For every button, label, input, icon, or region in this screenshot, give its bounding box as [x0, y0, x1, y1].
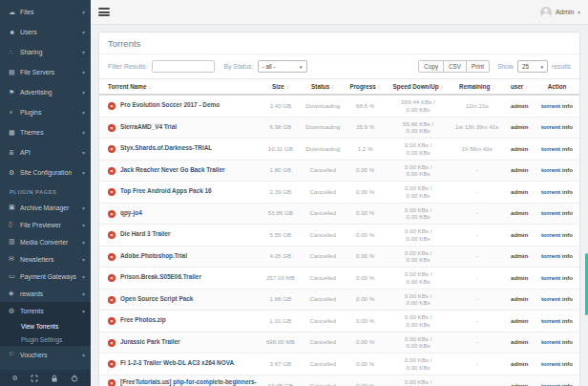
size-cell: 10.31 GB [260, 139, 302, 161]
torrent-info-link[interactable]: torrent info [541, 166, 573, 173]
remove-torrent-icon[interactable]: × [108, 188, 116, 196]
remove-torrent-icon[interactable]: × [108, 210, 116, 218]
torrent-name-link[interactable]: Die Hard 3 Trailer [120, 230, 171, 238]
remaining-cell: - [450, 332, 504, 354]
sidebar-item-file-previewer[interactable]: ▯File Previewer▾ [0, 216, 91, 233]
torrent-info-link[interactable]: torrent info [541, 231, 573, 238]
sidebar-item-rewards[interactable]: ◈rewards▾ [0, 285, 91, 302]
remove-torrent-icon[interactable]: × [108, 274, 116, 282]
torrent-info-link[interactable]: torrent info [541, 209, 573, 216]
torrent-name-link[interactable]: Jack Reacher Never Go Back Trailer [120, 166, 224, 174]
torrent-info-link[interactable]: torrent info [541, 252, 573, 259]
sidebar-subitem-plugin-settings[interactable]: Plugin Settings [0, 332, 91, 346]
status-select[interactable]: - all - ▾ [258, 60, 307, 73]
gear-icon[interactable]: ⚙ [12, 375, 18, 381]
sort-icon: ↕ [441, 84, 444, 90]
expand-icon[interactable] [31, 375, 38, 382]
torrent-name-link[interactable]: Fi 1-2-3 Trailer Web-DL AC3 x264 NOVA [120, 359, 234, 367]
remove-torrent-icon[interactable]: × [108, 102, 116, 110]
column-header-torrent-name[interactable]: Torrent Name↕ [99, 79, 260, 96]
torrents-table: Torrent Name↕Size↕Status↕Progress↕Speed … [99, 78, 579, 386]
column-header-progress[interactable]: Progress↕ [344, 79, 386, 96]
sidebar-item-site-configuration[interactable]: ⚙Site Configuration▾ [0, 162, 91, 182]
copy-button[interactable]: Copy [418, 60, 444, 73]
remove-torrent-icon[interactable]: × [108, 145, 116, 153]
remove-torrent-icon[interactable]: × [108, 339, 116, 347]
sidebar-subitem-view-torrents[interactable]: View Torrents [0, 319, 91, 332]
power-icon[interactable] [71, 375, 78, 382]
torrent-info-link[interactable]: torrent info [541, 295, 573, 302]
csv-button[interactable]: CSV [444, 60, 467, 73]
torrent-name-link[interactable]: Free Photos.zip [120, 316, 166, 324]
sidebar-item-vouchers[interactable]: ⚐Vouchers▾ [0, 346, 91, 363]
size-cell: 3.67 GB [260, 354, 302, 375]
chevron-down-icon: ▾ [82, 69, 85, 75]
torrent-name-link[interactable]: Open Source Script Pack [120, 295, 193, 303]
torrent-name-link[interactable]: Adobe.Photoshop.Trial [120, 252, 187, 260]
sidebar-item-advertising[interactable]: ⚑Advertising▾ [0, 82, 91, 102]
sidebar-item-api[interactable]: ≣API▾ [0, 142, 91, 162]
column-header-action[interactable]: Action [535, 79, 579, 96]
torrent-name-link[interactable]: [FreeTutorials.us] php-for-complete-begi… [120, 378, 258, 386]
status-cell: Cancelled [302, 182, 344, 204]
sidebar-item-torrents[interactable]: ◍Torrents▾ [0, 302, 91, 319]
torrent-info-link[interactable]: torrent info [541, 317, 573, 324]
torrent-name-link[interactable]: Pro Evolution Soccer 2017 - Demo [120, 101, 220, 109]
remove-torrent-icon[interactable]: × [108, 379, 116, 386]
column-header-size[interactable]: Size↕ [260, 79, 302, 96]
sidebar-item-label: Payment Gateways [20, 273, 82, 280]
sidebar-item-sharing[interactable]: ∴Sharing▾ [0, 42, 91, 62]
table-row: ×Jurassic Park Trailer698.00 MBCancelled… [99, 332, 579, 354]
column-header-user[interactable]: user↕ [504, 79, 535, 96]
torrent-info-link[interactable]: torrent info [541, 188, 573, 195]
lock-icon[interactable] [51, 375, 58, 382]
torrent-info-link[interactable]: torrent info [541, 360, 573, 367]
remove-torrent-icon[interactable]: × [108, 124, 116, 132]
main-content: Torrents Filter Results: By Status: - al… [91, 25, 588, 386]
sidebar-item-archive-manager[interactable]: ▣Archive Manager▾ [0, 199, 91, 216]
remove-torrent-icon[interactable]: × [108, 317, 116, 325]
torrent-name-link[interactable]: Styx.Shards.of.Darkness-TRIAL [120, 144, 212, 152]
torrent-info-link[interactable]: torrent info [541, 338, 573, 345]
sidebar-item-newsletters[interactable]: ✉Newsletters▾ [0, 250, 91, 268]
speed-up: 0.00 KBs [388, 321, 449, 329]
sidebar-item-files[interactable]: ☁Files▾ [0, 2, 91, 22]
menu-toggle-icon[interactable] [98, 6, 110, 17]
page-length-select[interactable]: 25 ▾ [517, 60, 548, 73]
column-header-status[interactable]: Status↕ [302, 79, 344, 96]
torrent-info-link[interactable]: torrent info [541, 123, 573, 130]
torrent-info-link[interactable]: torrent info [541, 382, 573, 386]
speed-down: 0.00 KBs / [388, 356, 449, 364]
torrent-name-cell: ×Fi 1-2-3 Trailer Web-DL AC3 x264 NOVA [99, 354, 260, 375]
torrent-name-link[interactable]: qpy-jo4 [120, 209, 142, 217]
sidebar-item-payment-gateways[interactable]: ▭Payment Gateways▾ [0, 268, 91, 285]
action-cell: torrent info [535, 117, 579, 139]
filter-results-input[interactable] [152, 60, 215, 73]
column-header-speed-down-up[interactable]: Speed Down/Up↕ [387, 79, 451, 96]
speed-cell: 269.44 KBs /0.00 KBs [387, 95, 451, 117]
sidebar-item-media-converter[interactable]: ▥Media Converter▾ [0, 233, 91, 250]
torrent-name-link[interactable]: Prison.Break.S05E06.Trailer [120, 273, 201, 281]
api-icon: ≣ [9, 149, 20, 157]
column-header-remaining[interactable]: Remaining↕ [450, 79, 504, 96]
torrent-info-link[interactable]: torrent info [541, 274, 573, 281]
torrent-name-link[interactable]: SierraAMD_V4 Trial [120, 123, 177, 131]
chevron-down-icon: ▾ [82, 256, 85, 263]
torrent-info-link[interactable]: torrent info [541, 102, 573, 109]
remove-torrent-icon[interactable]: × [108, 360, 116, 368]
remove-torrent-icon[interactable]: × [108, 253, 116, 261]
torrent-name-link[interactable]: Jurassic Park Trailer [120, 338, 180, 346]
user-cell: admin [504, 95, 535, 117]
sidebar-item-themes[interactable]: ▦Themes▾ [0, 122, 91, 142]
print-button[interactable]: Print [467, 60, 490, 73]
remove-torrent-icon[interactable]: × [108, 296, 116, 304]
speed-down: 0.00 KBs / [388, 206, 449, 214]
torrent-name-link[interactable]: Top Free Android Apps Pack 16 [120, 187, 212, 195]
remove-torrent-icon[interactable]: × [108, 231, 116, 239]
user-menu[interactable]: Admin ▾ [540, 7, 580, 18]
torrent-info-link[interactable]: torrent info [541, 145, 573, 152]
sidebar-item-users[interactable]: ☻Users▾ [0, 22, 91, 42]
sidebar-item-plugins[interactable]: ⚡Plugins▾ [0, 102, 91, 122]
sidebar-item-file-servers[interactable]: ▤File Servers▾ [0, 62, 91, 82]
remove-torrent-icon[interactable]: × [108, 167, 116, 175]
